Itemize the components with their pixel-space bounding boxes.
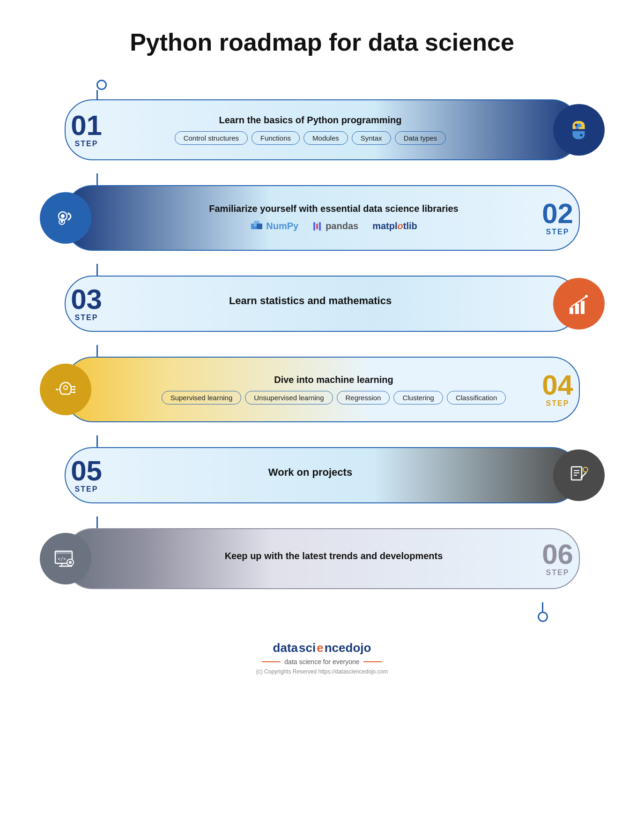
step-5-row: 05 STEP Work on projects xyxy=(65,447,580,503)
connector-3-4 xyxy=(96,345,98,357)
pandas-icon xyxy=(312,221,323,232)
step-4-number: 04 STEP xyxy=(532,371,584,408)
svg-point-8 xyxy=(60,221,63,223)
tag-modules: Modules xyxy=(303,131,348,145)
step-6-icon: </> xyxy=(40,533,91,584)
pandas-label: pandas xyxy=(312,221,358,232)
tag-syntax: Syntax xyxy=(352,131,391,145)
tag-regression: Regression xyxy=(337,391,390,404)
connector-dot-top xyxy=(96,80,107,90)
step-1-row: 01 STEP Learn the basics of Python progr… xyxy=(65,99,580,160)
tag-supervised: Supervised learning xyxy=(162,391,242,404)
svg-rect-12 xyxy=(313,222,315,231)
step-5-number: 05 STEP xyxy=(61,457,112,494)
step-2-row: Familiarize yourself with essential data… xyxy=(65,185,580,251)
chart-icon xyxy=(565,290,593,318)
connector-2-3 xyxy=(96,264,98,276)
svg-rect-16 xyxy=(570,307,573,314)
numpy-icon xyxy=(250,220,263,233)
svg-point-23 xyxy=(74,386,75,388)
code-icon: </> xyxy=(52,545,80,573)
svg-point-27 xyxy=(74,391,75,393)
step-2-libs: NumPy pandas matplotlib xyxy=(150,220,518,233)
svg-point-2 xyxy=(580,134,582,136)
step-1-card: 01 STEP Learn the basics of Python progr… xyxy=(65,99,580,160)
svg-rect-18 xyxy=(581,301,585,314)
footer-brand: datasciencedojo xyxy=(273,641,371,655)
step-2-number: 02 STEP xyxy=(532,200,584,236)
step-1-number: 01 STEP xyxy=(61,112,112,148)
tag-data-types: Data types xyxy=(395,131,446,145)
step-3-card: 03 STEP Learn statistics and mathematics xyxy=(65,276,580,332)
step-5-title: Work on projects xyxy=(126,466,495,479)
footer-tagline: data science for everyone xyxy=(262,658,382,666)
svg-rect-17 xyxy=(575,304,579,314)
svg-point-47 xyxy=(69,561,72,564)
step-1-tags: Control structures Functions Modules Syn… xyxy=(126,131,495,145)
step-4-title: Dive into machine learning xyxy=(150,374,518,385)
svg-point-5 xyxy=(61,214,65,218)
step-4-card: Dive into machine learning Supervised le… xyxy=(65,357,580,422)
svg-text:</>: </> xyxy=(58,556,66,561)
step-2-title: Familiarize yourself with essential data… xyxy=(150,203,518,214)
step-3-number: 03 STEP xyxy=(61,285,112,322)
python-icon xyxy=(563,115,594,145)
step-3-row: 03 STEP Learn statistics and mathematics xyxy=(65,276,580,332)
step-1-title: Learn the basics of Python programming xyxy=(126,115,495,126)
tag-functions: Functions xyxy=(252,131,300,145)
svg-rect-13 xyxy=(316,224,318,229)
step-4-tags: Supervised learning Unsupervised learnin… xyxy=(150,391,518,404)
step-5-icon xyxy=(553,449,605,501)
page-title: Python roadmap for data science xyxy=(130,28,514,56)
svg-rect-41 xyxy=(55,551,72,554)
step-6-title: Keep up with the latest trends and devel… xyxy=(150,551,518,561)
step-4-row: Dive into machine learning Supervised le… xyxy=(65,357,580,422)
step-6-card: </> Keep up with the latest trends and d… xyxy=(65,528,580,589)
svg-point-3 xyxy=(52,204,79,232)
step-3-title: Learn statistics and mathematics xyxy=(126,295,495,307)
connector-line-bottom xyxy=(542,602,543,612)
step-2-icon xyxy=(40,192,91,244)
step-2-card: Familiarize yourself with essential data… xyxy=(65,185,580,251)
tag-unsupervised: Unsupervised learning xyxy=(245,391,333,404)
svg-point-30 xyxy=(565,462,592,489)
steps-container: 01 STEP Learn the basics of Python progr… xyxy=(65,80,580,622)
matplotlib-label: matplotlib xyxy=(372,221,417,232)
step-6-row: </> Keep up with the latest trends and d… xyxy=(65,528,580,589)
tag-clustering: Clustering xyxy=(393,391,443,404)
tag-control-structures: Control structures xyxy=(175,131,248,145)
svg-rect-14 xyxy=(319,222,321,231)
svg-point-29 xyxy=(56,389,58,390)
svg-point-1 xyxy=(575,123,577,126)
connector-4-5 xyxy=(96,435,98,447)
connector-5-6 xyxy=(96,516,98,528)
numpy-label: NumPy xyxy=(250,220,298,233)
step-3-icon xyxy=(553,278,605,329)
svg-point-25 xyxy=(74,389,75,390)
step-6-number: 06 STEP xyxy=(532,540,584,577)
step-1-icon xyxy=(553,104,605,156)
projects-icon xyxy=(565,461,593,489)
svg-point-0 xyxy=(564,116,593,144)
step-4-icon xyxy=(40,364,91,415)
svg-point-19 xyxy=(585,295,588,298)
ai-head-icon xyxy=(52,375,80,404)
step-5-card: 05 STEP Work on projects xyxy=(65,447,580,503)
connector-1-2 xyxy=(96,173,98,185)
connector-line xyxy=(96,90,98,99)
footer: datasciencedojo data science for everyon… xyxy=(256,641,388,675)
tag-classification: Classification xyxy=(447,391,506,404)
connector-dot-bottom xyxy=(538,612,548,622)
gears-icon xyxy=(52,204,80,232)
footer-copyright: (c) Copyrights Reserved https://datascie… xyxy=(256,668,388,675)
svg-rect-11 xyxy=(257,224,262,229)
